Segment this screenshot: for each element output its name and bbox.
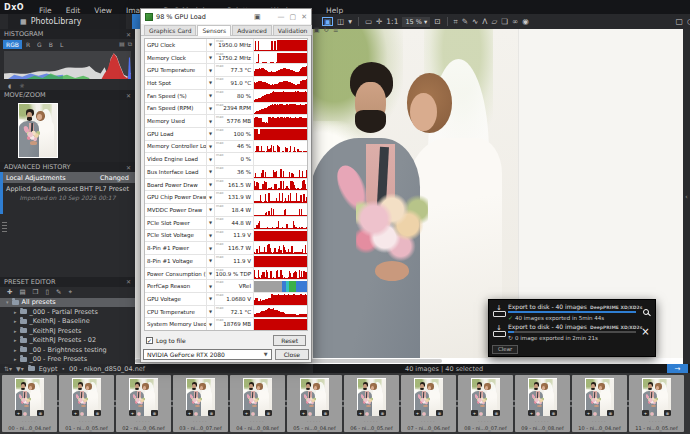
log-checkbox[interactable]: ✓ [146, 337, 153, 344]
keystone-icon[interactable]: ▱ [491, 18, 497, 26]
movezoom-thumbnail[interactable] [18, 103, 58, 158]
sort-icon[interactable]: ⇅▾ [4, 365, 12, 372]
filter-icon[interactable]: ▼▾ [16, 365, 24, 372]
menu-icon[interactable]: ≡ [333, 26, 338, 34]
preset-item-all-presets[interactable]: ▾All presets [0, 298, 135, 308]
film-card-7[interactable]: +⊗·····07 - ni...0_06.nef [401, 375, 456, 432]
picker-icon[interactable]: ✎ [462, 18, 468, 26]
export-panel-button[interactable]: → [667, 364, 688, 373]
chevron-right-icon[interactable]: ▸ [14, 337, 17, 343]
compare-badge-icon[interactable]: + [471, 410, 478, 416]
reject-badge-icon[interactable]: ⊗ [436, 410, 443, 416]
compare-icon[interactable]: ▢ [675, 17, 683, 26]
star-rating[interactable]: ····· [401, 418, 456, 424]
reject-badge-icon[interactable]: ⊗ [151, 410, 158, 416]
chevron-down-icon[interactable]: ▼ [207, 242, 215, 254]
chain-icon[interactable]: ∞ [512, 18, 518, 26]
gpuz-tab-graphics-card[interactable]: Graphics Card [144, 25, 196, 35]
reject-badge-icon[interactable]: ⊗ [94, 410, 101, 416]
add-preset-icon[interactable]: ✚ [7, 288, 12, 296]
close-button[interactable]: Close [275, 349, 309, 360]
star-rating[interactable]: ····· [287, 418, 342, 424]
chevron-down-icon[interactable]: ▼ [207, 191, 215, 203]
marquee-icon[interactable]: ▭ [365, 18, 372, 26]
gpu-select[interactable]: NVIDIA GeForce RTX 2080 ▼ [143, 349, 272, 360]
film-card-6[interactable]: +⊗·····06 - ni...0_05.nef [344, 375, 399, 432]
channel-r[interactable]: R [23, 40, 33, 49]
reject-badge-icon[interactable]: ⊗ [607, 410, 614, 416]
reject-badge-icon[interactable]: ⊗ [208, 410, 215, 416]
reject-badge-icon[interactable]: ⊗ [322, 410, 329, 416]
film-card-8[interactable]: +⊗·····08 - ni...0_07.nef [458, 375, 513, 432]
compare-badge-icon[interactable]: + [15, 410, 22, 416]
star-rating[interactable]: ····· [572, 418, 627, 424]
compare-badge-icon[interactable]: + [585, 410, 592, 416]
preset-item-00-free-presets[interactable]: ▸_00 - Free Presets [0, 355, 135, 365]
chevron-down-icon[interactable]: ▼ [207, 204, 215, 216]
horizon-icon[interactable]: ∿ [472, 18, 478, 26]
gpuz-tab-advanced[interactable]: Advanced [232, 25, 272, 35]
chevron-down-icon[interactable]: ▼ [207, 128, 215, 140]
channel-b[interactable]: B [46, 40, 56, 49]
star-rating[interactable]: ····· [173, 418, 228, 424]
film-card-3[interactable]: +⊗·····03 - ni...0_07.nef [173, 375, 228, 432]
film-card-4[interactable]: +⊗·····04 - ni...0_08.nef [230, 375, 285, 432]
preset-item-00-brightness-testing[interactable]: ▸_00 - Brightness testing [0, 345, 135, 355]
star-rating[interactable]: ····· [515, 418, 570, 424]
close-icon[interactable]: × [639, 323, 652, 341]
tab-photolibrary[interactable]: ▦ PhotoLibrary [8, 14, 126, 29]
preset-item-000-partial-presets[interactable]: ▸_000 - Partial Presets [0, 307, 135, 317]
delete-preset-icon[interactable]: ▯ [45, 288, 49, 296]
clone-icon[interactable]: ❏ [501, 18, 508, 26]
star-rating[interactable]: ····· [230, 418, 285, 424]
star-rating[interactable]: ····· [59, 418, 114, 424]
monitor-icon[interactable]: ▤ [119, 40, 125, 48]
reject-badge-icon[interactable]: ⊗ [550, 410, 557, 416]
reject-badge-icon[interactable]: ⊗ [493, 410, 500, 416]
chevron-down-icon[interactable]: ▼ [207, 293, 215, 305]
one-to-one-icon[interactable]: 1:1 [386, 18, 398, 26]
chevron-down-icon[interactable]: ▼ [207, 318, 215, 330]
shadow-clip-icon[interactable]: ◖ [8, 82, 11, 89]
view-caret-icon[interactable]: ▾ [348, 18, 352, 26]
chevron-down-icon[interactable]: ▼ [207, 77, 215, 89]
chevron-down-icon[interactable]: ▼ [207, 255, 215, 267]
film-card-10[interactable]: +⊗·····10 - ni...0_04.nef [572, 375, 627, 432]
close-icon[interactable]: ✕ [126, 278, 131, 285]
film-card-11[interactable]: +⊗·····11 - ni...0_05.nef [629, 375, 684, 432]
search-preset-icon[interactable]: ⌖ [68, 288, 72, 296]
channel-l[interactable]: L [57, 40, 66, 49]
single-view-icon[interactable]: ▣ [322, 17, 333, 27]
chevron-down-icon[interactable]: ▼ [207, 103, 215, 115]
chevron-right-icon[interactable]: ▸ [14, 318, 17, 324]
screenshot-icon[interactable]: ▣ [313, 26, 319, 34]
star-rating[interactable]: ····· [629, 418, 684, 424]
preset-item-keithrj-baseline[interactable]: ▸_KeithRJ - Baseline [0, 317, 135, 327]
compare-badge-icon[interactable]: + [72, 410, 79, 416]
chevron-down-icon[interactable]: ▾ [6, 299, 9, 305]
camera-icon[interactable]: ▣ [254, 13, 261, 21]
chevron-down-icon[interactable]: ▼ [207, 179, 215, 191]
compare-badge-icon[interactable]: + [243, 410, 250, 416]
chevron-down-icon[interactable]: ▼ [207, 166, 215, 178]
chevron-down-icon[interactable]: ▼ [207, 280, 215, 292]
reject-badge-icon[interactable]: ⊗ [37, 410, 44, 416]
move-icon[interactable]: ✛ [376, 18, 382, 26]
chevron-down-icon[interactable]: ▼ [207, 230, 215, 242]
crop-icon[interactable]: ⌗ [454, 18, 458, 26]
preset-item-keithrj-presets-02[interactable]: ▸_KeithRJ Presets - 02 [0, 336, 135, 346]
reject-badge-icon[interactable]: ⊗ [664, 410, 671, 416]
minimize-icon[interactable]: — [278, 13, 285, 21]
compare-badge-icon[interactable]: + [528, 410, 535, 416]
chevron-down-icon[interactable]: ▼ [207, 115, 215, 127]
film-card-2[interactable]: +⊗·····02 - ni...0_06.nef [116, 375, 171, 432]
fit-screen-icon[interactable]: ⊡ [434, 18, 440, 26]
preview-preset-icon[interactable]: ▤ [19, 288, 25, 296]
compare-badge-icon[interactable]: + [186, 410, 193, 416]
close-icon[interactable]: ✕ [301, 13, 307, 21]
film-card-9[interactable]: +⊗·····09 - ni...0_08.nef [515, 375, 570, 432]
preview-icon[interactable]: ◉ [522, 18, 529, 26]
highlight-clip-icon[interactable]: ☼ [19, 82, 24, 89]
history-row[interactable]: Applied default presetBHT PL7 Preset [0, 183, 135, 194]
chevron-down-icon[interactable]: ▼ [207, 141, 215, 153]
